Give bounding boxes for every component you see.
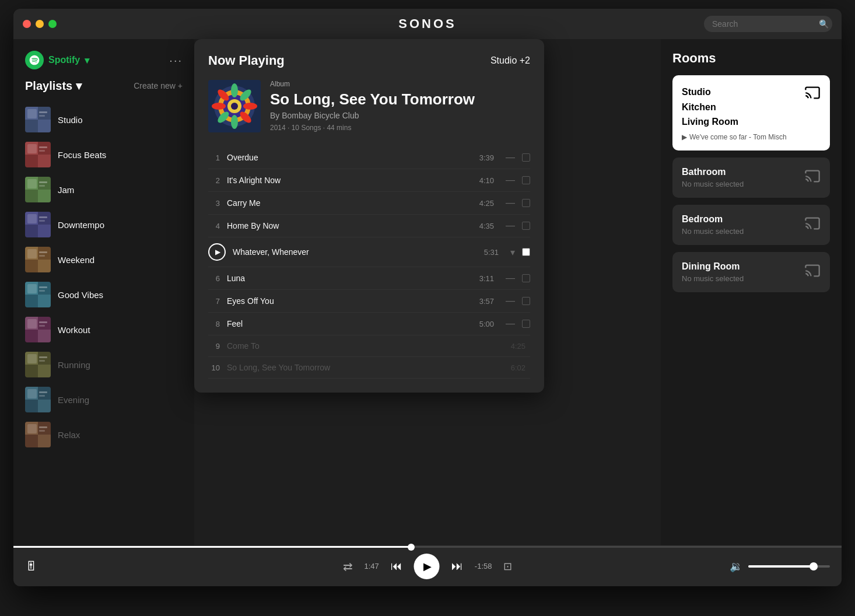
playlist-item[interactable]: Workout <box>25 312 183 347</box>
shuffle-button[interactable]: ⇄ <box>343 559 353 573</box>
inactive-room-card[interactable]: Bathroom No music selected <box>672 158 830 198</box>
previous-button[interactable]: ⏮ <box>391 559 402 573</box>
svg-rect-32 <box>38 295 51 307</box>
svg-rect-20 <box>38 225 51 237</box>
track-number: 4 <box>208 222 220 230</box>
next-button[interactable]: ⏭ <box>451 559 463 573</box>
track-play-button[interactable]: ▶ <box>208 243 226 261</box>
svg-rect-46 <box>39 356 47 358</box>
search-bar[interactable]: 🔍 <box>704 16 832 32</box>
track-row[interactable]: 3 Carry Me 4:25 — <box>208 192 530 215</box>
track-row[interactable]: 2 It's Alright Now 4:10 — <box>208 169 530 192</box>
cast-icon-inactive[interactable] <box>804 215 821 234</box>
play-icon: ▶ <box>423 560 432 573</box>
svg-rect-26 <box>38 260 51 272</box>
track-name: Come To <box>227 341 504 351</box>
track-checkbox[interactable] <box>522 199 530 207</box>
track-checkbox[interactable] <box>522 274 530 282</box>
playlist-thumbnail <box>25 142 51 167</box>
create-new-button[interactable]: Create new + <box>134 81 183 90</box>
svg-rect-33 <box>27 284 37 293</box>
inactive-room-name: Bedroom <box>682 214 804 225</box>
track-number: 10 <box>208 363 220 372</box>
track-checkbox[interactable] <box>522 222 530 230</box>
track-checkbox[interactable] <box>522 176 530 184</box>
playlist-item[interactable]: Evening <box>25 382 183 417</box>
track-menu-icon[interactable]: — <box>506 152 515 163</box>
track-checkbox[interactable] <box>522 297 530 305</box>
track-row[interactable]: 7 Eyes Off You 3:57 — <box>208 290 530 313</box>
playlist-thumbnail <box>25 282 51 307</box>
track-row[interactable]: 4 Home By Now 4:35 — <box>208 215 530 237</box>
track-menu-icon[interactable]: — <box>506 273 515 284</box>
track-menu-icon[interactable]: — <box>506 198 515 208</box>
inactive-rooms-list: Bathroom No music selected Bedroom No mu… <box>672 158 830 292</box>
minimize-button[interactable] <box>36 20 44 28</box>
track-checkbox[interactable] <box>522 320 530 328</box>
screen-button[interactable]: ⊡ <box>503 560 512 573</box>
playlists-title[interactable]: Playlists ▾ <box>25 79 82 93</box>
volume-section: 🔉 <box>730 560 830 573</box>
track-row[interactable]: 1 Overdue 3:39 — <box>208 146 530 169</box>
svg-rect-9 <box>27 144 37 153</box>
cast-icon-inactive[interactable] <box>804 262 821 281</box>
track-menu-icon[interactable]: ▾ <box>510 247 515 258</box>
track-menu-icon[interactable]: — <box>506 318 515 329</box>
volume-knob[interactable] <box>810 562 818 570</box>
playlist-item[interactable]: Studio <box>25 102 183 137</box>
cast-icon-inactive[interactable] <box>804 168 821 187</box>
track-name: Whatever, Whenever <box>233 247 477 257</box>
fullscreen-button[interactable] <box>48 20 57 28</box>
playlist-item[interactable]: Weekend <box>25 242 183 277</box>
playlist-name: Relax <box>58 430 80 440</box>
track-number: 7 <box>208 297 220 306</box>
playlist-item[interactable]: Good Vibes <box>25 277 183 312</box>
inactive-room-card[interactable]: Dining Room No music selected <box>672 252 830 292</box>
playlist-item[interactable]: Jam <box>25 172 183 207</box>
track-row[interactable]: ▶ Whatever, Whenever 5:31 ▾ <box>208 237 530 267</box>
track-row[interactable]: 9 Come To 4:25 <box>208 335 530 357</box>
track-row[interactable]: 6 Luna 3:11 — <box>208 267 530 290</box>
playlist-name: Workout <box>58 325 90 335</box>
progress-knob[interactable] <box>408 544 415 551</box>
track-row[interactable]: 8 Feel 5:00 — <box>208 313 530 335</box>
inactive-room-card[interactable]: Bedroom No music selected <box>672 205 830 245</box>
svg-rect-16 <box>39 181 47 183</box>
album-art <box>208 80 261 132</box>
spotify-dropdown-icon[interactable]: ▾ <box>85 55 89 66</box>
more-options-icon[interactable]: ··· <box>169 54 183 67</box>
playlist-item[interactable]: Focus Beats <box>25 137 183 172</box>
track-duration: 5:00 <box>479 320 494 328</box>
close-button[interactable] <box>23 20 31 28</box>
track-menu-icon[interactable]: — <box>506 296 515 306</box>
active-room-name-living: Living Room <box>682 114 804 130</box>
track-checkbox[interactable] <box>522 248 530 256</box>
progress-bar[interactable] <box>13 546 842 548</box>
playlist-name: Evening <box>58 395 89 405</box>
track-name: It's Alright Now <box>227 176 472 185</box>
track-menu-icon[interactable]: — <box>506 220 515 231</box>
playlist-item[interactable]: Relax <box>25 417 183 452</box>
svg-rect-8 <box>38 155 51 167</box>
track-duration: 3:57 <box>479 297 494 306</box>
inactive-room-name: Dining Room <box>682 261 804 272</box>
volume-slider[interactable] <box>748 565 830 568</box>
album-info: Album So Long, See You Tomorrow By Bomba… <box>270 80 530 132</box>
cast-icon-active[interactable] <box>804 85 821 103</box>
playlists-header: Playlists ▾ Create new + <box>25 79 183 93</box>
spotify-logo[interactable]: Spotify ▾ <box>25 51 89 69</box>
track-row[interactable]: 10 So Long, See You Tomorrow 6:02 <box>208 357 530 379</box>
active-room-card[interactable]: Studio Kitchen Living Room ▶ We've come … <box>672 75 830 150</box>
track-checkbox[interactable] <box>522 153 530 162</box>
svg-rect-44 <box>38 365 51 377</box>
track-menu-icon[interactable]: — <box>506 175 515 186</box>
playlist-item[interactable]: Downtempo <box>25 207 183 242</box>
playlist-thumbnail <box>25 177 51 202</box>
equalizer-button[interactable]: 🎚 <box>25 559 38 574</box>
play-button[interactable]: ▶ <box>414 554 440 579</box>
now-playing-header: Now Playing Studio +2 <box>208 53 530 68</box>
search-input[interactable] <box>712 19 814 29</box>
playlist-item[interactable]: Running <box>25 347 183 382</box>
svg-rect-53 <box>39 395 45 397</box>
track-number: 3 <box>208 199 220 208</box>
